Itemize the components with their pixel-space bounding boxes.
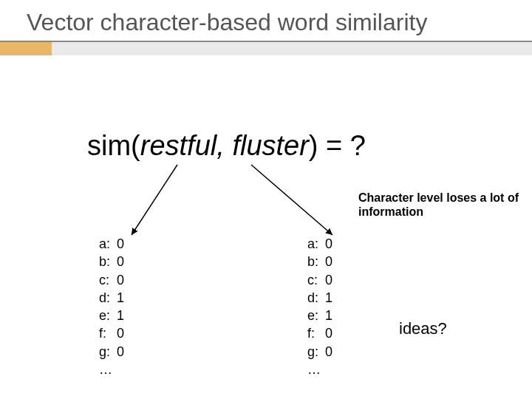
table-row: b:0 xyxy=(99,253,129,270)
table-row: … xyxy=(307,361,337,378)
svg-line-0 xyxy=(132,165,177,235)
formula-open: ( xyxy=(131,130,140,161)
table-row: c:0 xyxy=(99,271,129,289)
formula-fn: sim xyxy=(87,130,131,161)
table-row: g:0 xyxy=(99,343,129,361)
table-row: g:0 xyxy=(307,343,337,361)
table-row: a:0 xyxy=(99,235,129,253)
accent-bar xyxy=(0,42,532,55)
slide-title: Vector character-based word similarity xyxy=(0,0,532,42)
accent-orange xyxy=(0,42,52,55)
formula-word2: fluster xyxy=(232,130,308,161)
table-row: … xyxy=(99,361,129,378)
info-loss-note: Character level loses a lot of informati… xyxy=(358,191,521,219)
ideas-prompt: ideas? xyxy=(399,319,447,338)
char-vector-right: a:0 b:0 c:0 d:1 e:1 f:0 g:0 … xyxy=(307,235,337,378)
table-row: f:0 xyxy=(307,324,337,342)
table-row: c:0 xyxy=(307,271,337,289)
table-row: e:1 xyxy=(307,307,337,324)
arrow-right-icon xyxy=(244,161,347,242)
table-row: a:0 xyxy=(307,235,337,253)
char-vector-left-table: a:0 b:0 c:0 d:1 e:1 f:0 g:0 … xyxy=(99,235,129,378)
table-row: d:1 xyxy=(307,289,337,307)
table-row: f:0 xyxy=(99,324,129,342)
formula-word1: restful, xyxy=(140,130,225,161)
formula-sep xyxy=(225,130,233,161)
table-row: d:1 xyxy=(99,289,129,307)
formula-close: ) xyxy=(309,130,318,161)
similarity-formula: sim(restful, fluster) = ? xyxy=(87,130,366,162)
table-row: b:0 xyxy=(307,253,337,270)
table-row: e:1 xyxy=(99,307,129,324)
formula-eq: = ? xyxy=(318,130,366,161)
char-vector-right-table: a:0 b:0 c:0 d:1 e:1 f:0 g:0 … xyxy=(307,235,337,378)
arrow-left-icon xyxy=(126,161,185,242)
accent-grey xyxy=(52,42,532,55)
char-vector-left: a:0 b:0 c:0 d:1 e:1 f:0 g:0 … xyxy=(99,235,129,378)
svg-line-1 xyxy=(251,165,332,235)
